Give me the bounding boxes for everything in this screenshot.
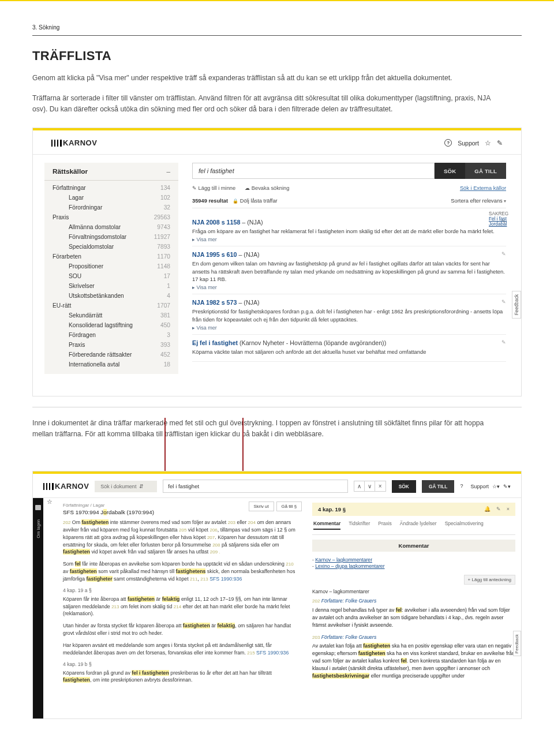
- intro-paragraph-2: Träffarna är sorterade i filter till vän…: [32, 93, 494, 115]
- commentary-pane: 4 kap. 19 § 🔔 ✎ × KommentarTidskrifterPr…: [306, 498, 521, 719]
- watch-search-label: Bevaka sökning: [252, 185, 290, 191]
- collapse-icon[interactable]: –: [166, 167, 170, 175]
- rail-icon[interactable]: [35, 505, 41, 510]
- author-link[interactable]: Författare: Folke Grauers: [321, 598, 376, 604]
- print-button[interactable]: Skriv ut: [249, 501, 274, 511]
- commentary-paragraph: Av avtalet kan följa att fastigheten ska…: [312, 642, 515, 679]
- search-button[interactable]: SÖK: [435, 163, 465, 179]
- filter-item[interactable]: EU-rätt1707: [44, 301, 178, 310]
- search-button[interactable]: SÖK: [392, 480, 416, 493]
- help-icon[interactable]: ?: [444, 139, 452, 147]
- goto-button[interactable]: GÅ TILL: [465, 163, 506, 179]
- watch-search-icon[interactable]: ☁ Bevaka sökning: [245, 185, 289, 191]
- next-hit-button[interactable]: ∨: [365, 481, 375, 491]
- rule: [32, 35, 522, 36]
- goto-section-button[interactable]: Gå till §: [276, 501, 302, 511]
- doc-search-input[interactable]: fel i fastighet: [163, 480, 347, 493]
- intro-paragraph-3: Inne i dokumentet är dina träffar marker…: [32, 418, 494, 440]
- filter-item[interactable]: Praxis393: [44, 340, 178, 350]
- commentary-tab[interactable]: Praxis: [378, 521, 392, 530]
- close-icon[interactable]: ×: [507, 506, 510, 512]
- hit-navigation: ∧ ∨ ×: [354, 481, 386, 492]
- red-arrow-a: [164, 418, 166, 477]
- clipped-excerpt: SAKREG Fel i fast Jordabal: [489, 211, 522, 227]
- feedback-tab[interactable]: Feedback: [512, 291, 521, 319]
- doc-header: KARNOV Sök i dokument ⇵ fel i fastighet …: [33, 474, 521, 498]
- sidebar-heading: Rättskällor: [53, 167, 88, 175]
- help-icon[interactable]: ?: [460, 483, 467, 490]
- feedback-tab[interactable]: Feedback: [513, 631, 521, 656]
- filter-item[interactable]: Förberedande rättsakter452: [44, 350, 178, 360]
- kommentar-link-1[interactable]: Karnov – lagkommentarer: [315, 557, 372, 563]
- logo-text: KARNOV: [63, 139, 97, 147]
- filter-item[interactable]: Fördragen3: [44, 330, 178, 340]
- hide-locked-toggle[interactable]: Dölj låsta träffar: [233, 198, 278, 204]
- statute-paragraph: 202 Om fastigheten inte stämmer överens …: [63, 519, 300, 556]
- search-result[interactable]: ✎NJA 1982 s 573 – (NJA)Preskriptionstid …: [192, 294, 506, 335]
- left-rail: Om lagen: [33, 498, 43, 719]
- filter-item[interactable]: Författningar134: [44, 183, 178, 193]
- statute-paragraph: Utan hinder av första stycket får köpare…: [63, 622, 300, 637]
- commentary-tab[interactable]: Specialmotivering: [445, 521, 484, 530]
- commentary-paragraph: I denna regel behandlas två typer av fel…: [312, 607, 515, 628]
- edit-icon[interactable]: ✎▾: [503, 484, 511, 489]
- karnov-logo[interactable]: KARNOV: [43, 482, 89, 491]
- external-search-link[interactable]: Sök i Externa källor: [460, 185, 506, 191]
- goto-button[interactable]: GÅ TILL: [422, 480, 455, 493]
- filter-item[interactable]: Utskottsbetänkanden4: [44, 291, 178, 301]
- support-link[interactable]: Support: [470, 484, 489, 489]
- filter-item[interactable]: Internationella avtal18: [44, 360, 178, 369]
- search-result[interactable]: ✎Ej fel i fastighet (Karnov Nyheter - Ho…: [192, 335, 506, 361]
- clear-search-button[interactable]: ×: [375, 481, 385, 491]
- filter-item[interactable]: Lagar102: [44, 193, 178, 203]
- kommentar-heading: Kommentar: [312, 540, 515, 552]
- filter-item[interactable]: Konsoliderad lagstiftning450: [44, 320, 178, 330]
- filter-item[interactable]: Allmänna domstolar9743: [44, 222, 178, 232]
- filter-item[interactable]: Förordningar32: [44, 203, 178, 212]
- intro-paragraph-1: Genom att klicka på "Visa mer" under res…: [32, 73, 494, 84]
- divider: [32, 407, 522, 407]
- support-link[interactable]: Support: [458, 140, 479, 147]
- filter-item[interactable]: Skrivelser1: [44, 281, 178, 291]
- pencil-icon[interactable]: ✎: [496, 506, 501, 512]
- save-search-icon[interactable]: ✎ Lägg till i minne: [192, 185, 235, 191]
- favorite-star[interactable]: ☆: [47, 498, 53, 719]
- filter-item[interactable]: Sekundärrätt381: [44, 310, 178, 320]
- document-pane: Skriv ut Gå till § Författningar / Lagar…: [56, 498, 306, 719]
- filter-item[interactable]: SOU17: [44, 271, 178, 281]
- filter-item[interactable]: Propositioner1148: [44, 261, 178, 271]
- favorites-icon[interactable]: ☆: [485, 139, 491, 147]
- logo-bars-icon: [43, 483, 54, 490]
- filter-item[interactable]: Specialdomstolar7893: [44, 242, 178, 252]
- karnov-logo[interactable]: KARNOV: [51, 139, 97, 147]
- author-link[interactable]: Författare: Folke Grauers: [321, 634, 376, 640]
- kommentar-link-2[interactable]: Lexino – djupa lagkommentarer: [315, 563, 384, 569]
- section-heading: 4 kap. 19 b §: [63, 661, 300, 667]
- favorites-icon[interactable]: ☆▾: [492, 484, 500, 489]
- commentary-tab[interactable]: Ändrade lydelser: [400, 521, 437, 530]
- statute-paragraph: Som fel får inte åberopas en avvikelse s…: [63, 560, 300, 582]
- edit-icon[interactable]: ✎: [497, 139, 503, 147]
- filter-sidebar: Rättskällor – Författningar134Lagar102Fö…: [44, 163, 178, 374]
- results-main: fel i fastighet SÖK GÅ TILL ✎ Lägg till …: [178, 163, 521, 383]
- search-result[interactable]: ✎NJA 1995 s 610 – (NJA)En dom genom vilk…: [192, 246, 506, 294]
- search-input[interactable]: fel i fastighet: [192, 163, 435, 179]
- filter-item[interactable]: Förvaltningsdomstolar11927: [44, 232, 178, 242]
- prev-hit-button[interactable]: ∧: [354, 481, 365, 491]
- section-breadcrumb: 3. Sökning: [32, 24, 522, 31]
- logo-bars-icon: [51, 140, 62, 147]
- screenshot-2-wrapper: KARNOV Sök i dokument ⇵ fel i fastighet …: [32, 471, 522, 719]
- app-header: KARNOV ? Support ☆ ✎: [33, 130, 521, 155]
- search-in-doc-label[interactable]: Sök i dokument ⇵: [95, 481, 157, 492]
- commentary-tab[interactable]: Tidskrifter: [349, 521, 370, 530]
- filter-item[interactable]: Praxis29563: [44, 212, 178, 222]
- bell-icon[interactable]: 🔔: [484, 506, 491, 512]
- search-result[interactable]: ✎NJA 2008 s 1158 – (NJA)Fråga om köpare …: [192, 214, 506, 246]
- sort-dropdown[interactable]: Sortera efter relevans: [451, 198, 506, 204]
- save-search-label: Lägg till i minne: [199, 185, 236, 191]
- page-title: TRÄFFLISTA: [32, 48, 522, 63]
- add-note-button[interactable]: + Lägg till anteckning: [464, 575, 515, 585]
- rail-label[interactable]: Om lagen: [36, 519, 41, 538]
- filter-item[interactable]: Förarbeten1170: [44, 252, 178, 261]
- commentary-tab[interactable]: Kommentar: [313, 521, 340, 530]
